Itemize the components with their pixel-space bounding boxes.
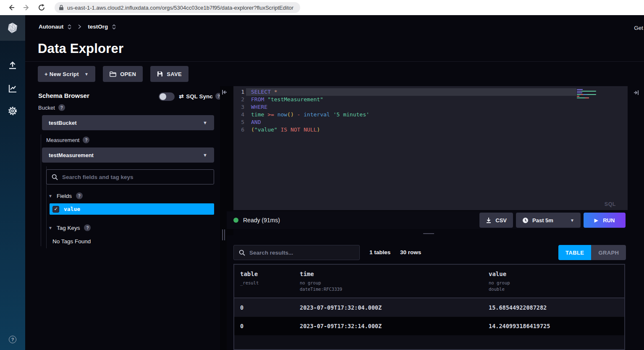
table-column-header: table_result <box>240 271 300 292</box>
code-lines: 1SELECT *2FROM "testMeasurement"3WHERE4t… <box>233 86 628 134</box>
tag-keys-collapse-icon[interactable]: ▼ <box>48 226 52 230</box>
bucket-label: Bucket <box>38 105 55 111</box>
tag-keys-label: Tag Keys <box>57 225 80 231</box>
status-text: Ready (91ms) <box>243 217 280 224</box>
back-icon[interactable] <box>6 2 17 13</box>
sql-sync-toggle[interactable] <box>159 92 175 101</box>
sql-sync-label: SQL Sync <box>186 93 213 100</box>
breadcrumb-suborg[interactable]: testOrg <box>88 24 108 30</box>
main-area: Autonaut testOrg Get Data Explorer + New… <box>25 15 644 350</box>
bucket-dropdown[interactable]: testBucket ▼ <box>42 115 214 130</box>
table-row[interactable]: 02023-07-09T17:32:14.000Z14.240993186419… <box>234 317 624 335</box>
title-divider <box>25 61 644 62</box>
play-icon: ▶ <box>594 218 598 223</box>
run-button[interactable]: ▶ RUN <box>584 213 626 228</box>
field-row-value[interactable]: ✓ value <box>50 203 214 215</box>
lock-icon <box>59 5 64 11</box>
csv-button[interactable]: CSV <box>479 213 513 228</box>
data-explorer-icon[interactable] <box>0 82 25 95</box>
time-range-label: Past 5m <box>532 217 553 224</box>
code-line[interactable]: 5AND <box>233 118 628 126</box>
app-sidebar: ? <box>0 15 25 350</box>
table-row[interactable]: 02023-07-09T17:32:04.000Z15.685449220872… <box>234 298 624 317</box>
csv-label: CSV <box>495 217 507 224</box>
measurement-help-icon[interactable]: ? <box>83 137 89 143</box>
results-search-input[interactable] <box>249 250 354 256</box>
code-line[interactable]: 3WHERE <box>233 103 628 111</box>
chevron-down-icon: ▼ <box>84 72 89 76</box>
table-column-header: valueno group double <box>489 271 624 292</box>
new-script-button[interactable]: + New Script ▼ <box>38 66 95 82</box>
fields-search-input[interactable] <box>62 174 209 180</box>
help-icon[interactable]: ? <box>9 336 16 343</box>
time-range-dropdown[interactable]: Past 5m ▼ <box>516 213 581 228</box>
no-tags-text: No Tags Found <box>52 238 91 245</box>
save-label: SAVE <box>167 71 182 77</box>
breadcrumb: Autonaut testOrg <box>39 24 116 30</box>
search-icon <box>239 250 245 256</box>
code-line[interactable]: 4time >= now() - interval '5 minutes' <box>233 111 628 118</box>
folder-icon <box>110 71 116 77</box>
forward-icon[interactable] <box>21 2 32 13</box>
code-line[interactable]: 1SELECT * <box>233 88 628 96</box>
bucket-value: testBucket <box>49 120 203 126</box>
view-toggle: TABLE GRAPH <box>558 245 626 260</box>
clock-icon <box>522 217 529 224</box>
upload-icon[interactable] <box>0 59 25 72</box>
chevron-down-icon: ▼ <box>203 153 207 158</box>
url-bar[interactable]: us-east-1-1.aws.cloud2.influxdata.com/or… <box>55 2 300 13</box>
code-line[interactable]: 2FROM "testMeasurement" <box>233 96 628 103</box>
sql-sync-icon: ⇄ <box>179 93 183 100</box>
url-text: us-east-1-1.aws.cloud2.influxdata.com/or… <box>67 5 293 11</box>
reload-icon[interactable] <box>36 2 47 13</box>
language-badge: SQL <box>605 201 616 207</box>
table-body: 02023-07-09T17:32:04.000Z15.685449220872… <box>234 298 624 335</box>
page-title: Data Explorer <box>38 41 123 56</box>
tag-keys-help-icon[interactable]: ? <box>84 224 91 231</box>
results-table[interactable]: table_resulttimeno group dateTime:RFC333… <box>233 264 625 350</box>
results-search[interactable] <box>233 245 360 260</box>
get-credit-link[interactable]: Get <box>634 25 643 31</box>
browser-chrome: us-east-1-1.aws.cloud2.influxdata.com/or… <box>0 0 644 15</box>
chevron-down-icon: ▼ <box>203 120 207 125</box>
fields-label: Fields <box>57 193 72 199</box>
download-icon <box>486 217 492 224</box>
sql-editor[interactable]: 1SELECT *2FROM "testMeasurement"3WHERE4t… <box>233 86 628 210</box>
new-script-label: + New Script <box>45 71 79 77</box>
suborg-switcher-icon[interactable] <box>112 24 116 29</box>
field-value-label: value <box>64 206 80 212</box>
tab-table[interactable]: TABLE <box>558 245 591 260</box>
fields-collapse-icon[interactable]: ▼ <box>48 194 52 198</box>
table-row-partial <box>234 335 624 350</box>
query-status-bar: Ready (91ms) CSV Past 5m ▼ ▶ RUN <box>227 211 626 229</box>
chevron-down-icon: ▼ <box>570 218 574 223</box>
table-header: table_resulttimeno group dateTime:RFC333… <box>234 265 624 298</box>
indent-guide <box>41 134 41 246</box>
settings-gear-icon[interactable] <box>0 105 25 117</box>
measurement-label: Measurement <box>46 137 79 143</box>
breadcrumb-org[interactable]: Autonaut <box>39 24 63 30</box>
results-panel: 1 tables 30 rows TABLE GRAPH table_resul… <box>227 235 644 350</box>
open-label: OPEN <box>120 71 136 77</box>
open-button[interactable]: OPEN <box>103 66 143 82</box>
code-line[interactable]: 6("value" IS NOT NULL) <box>233 126 628 134</box>
org-switcher-icon[interactable] <box>68 24 71 29</box>
rows-count: 30 rows <box>400 249 421 255</box>
toggle-knob <box>160 93 166 100</box>
collapse-left-icon[interactable] <box>222 89 228 95</box>
measurement-dropdown[interactable]: testMeasurement ▼ <box>42 147 214 163</box>
table-column-header: timeno group dateTime:RFC3339 <box>300 271 489 292</box>
collapse-right-icon[interactable] <box>633 90 638 95</box>
editor-minimap[interactable] <box>577 89 596 99</box>
breadcrumb-chevron-icon <box>78 24 81 29</box>
save-icon <box>157 71 163 77</box>
fields-search[interactable] <box>46 169 214 184</box>
value-checkbox[interactable]: ✓ <box>52 206 59 213</box>
influxdb-logo[interactable] <box>0 15 25 41</box>
save-button[interactable]: SAVE <box>150 66 188 82</box>
bucket-help-icon[interactable]: ? <box>58 104 65 111</box>
fields-help-icon[interactable]: ? <box>76 192 83 199</box>
script-toolbar: + New Script ▼ OPEN SAVE <box>38 66 188 82</box>
schema-browser-title: Schema Browser <box>38 92 89 99</box>
tab-graph[interactable]: GRAPH <box>591 245 626 260</box>
